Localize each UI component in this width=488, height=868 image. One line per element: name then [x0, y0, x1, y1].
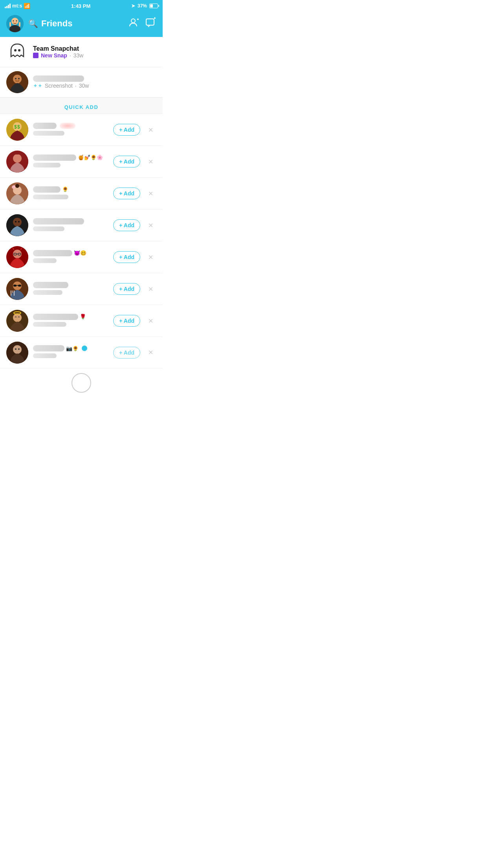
team-snapchat-info: Team Snapchat New Snap · 33w	[33, 45, 156, 59]
team-snapchat-name: Team Snapchat	[33, 45, 156, 52]
quick-add-name-7: 🌹	[33, 314, 108, 320]
signal-bar-2	[6, 6, 7, 8]
svg-point-4	[16, 20, 17, 22]
team-snapchat-avatar	[6, 41, 28, 63]
header-title: Friends	[41, 18, 72, 29]
add-button-5[interactable]: + Add	[113, 251, 140, 263]
quick-add-avatar-7	[6, 310, 28, 332]
quick-add-item-8: 📷🌻 + Add ✕	[0, 337, 163, 368]
quick-add-info-6	[33, 282, 108, 296]
snap-timestamp: ·	[70, 52, 71, 59]
user-avatar[interactable]	[6, 15, 24, 32]
snap-indicator	[33, 53, 39, 58]
wifi-icon: 📶	[24, 3, 30, 9]
quick-add-name-2: 🍯💅🌻🌸	[33, 154, 108, 161]
dismiss-button-2[interactable]: ✕	[145, 156, 156, 167]
search-bar[interactable]: 🔍 Friends	[28, 18, 123, 29]
snap-text: New Snap	[41, 52, 67, 59]
dismiss-button-1[interactable]: ✕	[145, 125, 156, 135]
friend-item-1[interactable]: ✦✦ Screenshot · 30w	[0, 67, 163, 97]
emoji-7: 🌹	[80, 314, 86, 320]
svg-point-32	[15, 221, 17, 223]
add-chat-icon	[145, 17, 156, 28]
quick-add-sub-3	[33, 194, 108, 201]
quick-add-info-7: 🌹	[33, 314, 108, 328]
svg-rect-42	[18, 285, 21, 287]
svg-point-7	[131, 19, 135, 23]
dismiss-button-3[interactable]: ✕	[145, 188, 156, 199]
add-friend-button[interactable]	[128, 17, 139, 30]
svg-rect-6	[19, 22, 20, 27]
bitmoji-3	[6, 182, 28, 204]
emoji-2: 🍯💅🌻🌸	[78, 154, 103, 160]
quick-add-name-8: 📷🌻	[33, 345, 108, 351]
bitmoji-6	[6, 278, 28, 300]
sub-blur-1	[33, 131, 64, 136]
sub-blur-6	[33, 290, 62, 295]
header-actions	[128, 17, 156, 30]
team-snapchat-item[interactable]: Team Snapchat New Snap · 33w	[0, 37, 163, 67]
bitmoji-7	[6, 310, 28, 332]
quick-add-avatar-4	[6, 214, 28, 236]
status-right: ➤ 37%	[131, 3, 158, 9]
add-button-4[interactable]: + Add	[113, 219, 140, 231]
emoji-3: 🌻	[62, 186, 68, 192]
svg-rect-41	[13, 285, 17, 287]
bitmoji-1: $ $	[6, 119, 28, 141]
add-button-8[interactable]: + Add	[113, 347, 140, 359]
friends-list: Team Snapchat New Snap · 33w	[0, 37, 163, 97]
bitmoji-4	[6, 214, 28, 236]
svg-point-53	[18, 348, 20, 350]
quick-add-avatar-2	[6, 151, 28, 173]
svg-point-31	[13, 218, 22, 226]
svg-rect-10	[146, 19, 154, 25]
svg-text:$: $	[17, 124, 20, 130]
add-button-7[interactable]: + Add	[113, 315, 140, 327]
emoji-5: 😈🥴	[74, 250, 86, 256]
dismiss-button-7[interactable]: ✕	[145, 316, 156, 326]
dismiss-button-5[interactable]: ✕	[145, 252, 156, 263]
quick-add-name-4	[33, 218, 108, 224]
dismiss-button-8[interactable]: ✕	[145, 347, 156, 358]
quick-add-sub-1	[33, 130, 108, 137]
friend-bitmoji-1	[6, 71, 28, 93]
emoji-8: 📷🌻	[66, 346, 79, 351]
quick-add-item-4: + Add ✕	[0, 210, 163, 241]
battery-fill	[150, 4, 153, 7]
dismiss-button-4[interactable]: ✕	[145, 220, 156, 231]
quick-add-avatar-3	[6, 182, 28, 204]
friend-status-1: ✦✦ Screenshot · 30w	[33, 83, 156, 89]
add-button-2[interactable]: + Add	[113, 156, 140, 167]
battery-percent: 37%	[138, 3, 147, 9]
add-button-3[interactable]: + Add	[113, 188, 140, 199]
header: 🔍 Friends	[0, 12, 163, 37]
signal-bars	[5, 4, 11, 8]
quick-add-name-1	[33, 123, 108, 129]
quick-add-name-5: 😈🥴	[33, 250, 108, 256]
add-chat-button[interactable]	[145, 17, 156, 30]
quick-add-sub-8	[33, 353, 108, 360]
blue-dot-8	[82, 346, 87, 351]
svg-point-17	[15, 78, 17, 79]
add-button-1[interactable]: + Add	[113, 124, 140, 136]
add-friend-icon	[128, 17, 139, 28]
add-button-6[interactable]: + Add	[113, 283, 140, 295]
quick-add-name-3: 🌻	[33, 186, 108, 193]
svg-point-13	[14, 49, 17, 51]
svg-text:$: $	[14, 124, 17, 130]
sub-blur-8	[33, 353, 57, 358]
svg-point-14	[18, 49, 20, 51]
screenshot-icon: ✦✦	[33, 83, 42, 89]
bitmoji-5	[6, 246, 28, 268]
name-blur-red-1	[60, 123, 75, 129]
quick-add-info-2: 🍯💅🌻🌸	[33, 154, 108, 169]
dismiss-button-6[interactable]: ✕	[145, 284, 156, 294]
home-indicator-area	[0, 368, 163, 396]
location-icon: ➤	[131, 3, 135, 9]
svg-point-16	[13, 75, 22, 83]
sub-blur-7	[33, 322, 66, 327]
quick-add-avatar-5	[6, 246, 28, 268]
quick-add-avatar-1: $ $	[6, 119, 28, 141]
quick-add-label: QUICK ADD	[64, 104, 99, 110]
signal-bar-3	[8, 5, 9, 8]
